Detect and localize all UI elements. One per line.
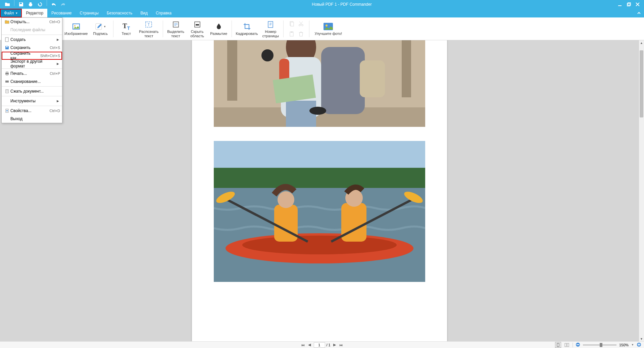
document-image-1 (214, 40, 425, 127)
page-navigator: ⏮ ◀ / 1 ▶ ⏭ (300, 342, 344, 348)
menu-create[interactable]: Создать ▶ (2, 36, 62, 44)
page-total: / 1 (326, 343, 330, 347)
rotate-button[interactable] (35, 0, 45, 9)
delete-button[interactable] (296, 29, 306, 39)
zoom-in-button[interactable] (637, 342, 641, 348)
svg-rect-28 (5, 38, 8, 42)
svg-rect-25 (291, 32, 293, 33)
scroll-up-button[interactable]: ▲ (639, 40, 644, 45)
page-input[interactable] (313, 342, 325, 348)
menu-view[interactable]: Вид (136, 9, 152, 17)
separator (283, 20, 284, 37)
svg-rect-4 (618, 5, 622, 6)
copy-button[interactable] (287, 19, 296, 29)
svg-rect-70 (639, 343, 639, 346)
svg-rect-40 (402, 40, 411, 97)
menu-pages[interactable]: Страницы (76, 9, 103, 17)
svg-rect-55 (274, 205, 298, 242)
paste-button[interactable] (287, 29, 296, 39)
page-number-label: Номер страницы (262, 30, 279, 38)
redo-button[interactable] (58, 0, 68, 9)
image-button[interactable]: Изображение (62, 19, 90, 39)
close-button[interactable] (633, 0, 642, 9)
crop-button[interactable]: Кадрировать (234, 19, 260, 39)
ocr-button[interactable]: T Распознать текст (137, 19, 160, 39)
separator (163, 20, 163, 37)
save-button[interactable] (16, 0, 26, 9)
last-page-button[interactable]: ⏭ (339, 343, 344, 347)
menu-print-label: Печать... (10, 71, 50, 76)
submenu-arrow-icon: ▶ (57, 38, 60, 41)
zoom-slider-handle[interactable] (600, 343, 602, 347)
menu-help[interactable]: Справка (152, 9, 176, 17)
print-button[interactable] (26, 0, 35, 9)
first-page-button[interactable]: ⏮ (300, 343, 305, 347)
zoom-slider[interactable] (583, 344, 616, 346)
text-button[interactable]: TT Текст (115, 19, 137, 39)
menu-drawing[interactable]: Рисование (47, 9, 76, 17)
menu-separator (2, 68, 62, 69)
crop-icon (243, 21, 251, 32)
menu-export[interactable]: Экспорт в другой формат ▶ (2, 60, 62, 68)
blur-button[interactable]: Размытие (208, 19, 230, 39)
svg-rect-44 (286, 101, 316, 127)
two-page-view-button[interactable] (564, 342, 570, 348)
undo-button[interactable] (49, 0, 58, 9)
menu-open[interactable]: Открыть... Ctrl+O (2, 18, 62, 26)
menu-save-as[interactable]: Сохранить как... Shift+Ctrl+S (2, 52, 62, 60)
signature-button[interactable]: ▼ Подпись (90, 19, 111, 39)
document-canvas[interactable] (0, 40, 639, 341)
minimize-button[interactable] (616, 0, 625, 9)
zoom-dropdown-icon[interactable]: ▼ (631, 343, 634, 346)
open-file-button[interactable] (3, 0, 12, 9)
hide-area-button[interactable]: Скрыть область (187, 19, 208, 39)
signature-icon: ▼ (95, 21, 106, 32)
enhance-photo-button[interactable]: Улучшите фото! (311, 19, 345, 39)
text-label: Текст (121, 32, 131, 36)
ocr-icon: T (145, 19, 153, 30)
menu-save[interactable]: Сохранить Ctrl+S (2, 44, 62, 52)
page-number-button[interactable]: # Номер страницы (260, 19, 281, 39)
menubar: Файл▼ Редактор Рисование Страницы Безопа… (0, 9, 644, 17)
menu-editor-label: Редактор (26, 11, 43, 15)
menu-exit[interactable]: Выход (2, 115, 62, 123)
menu-security[interactable]: Безопасность (103, 9, 137, 17)
menu-save-as-shortcut: Shift+Ctrl+S (40, 54, 60, 58)
svg-rect-45 (321, 47, 365, 114)
menu-compress-label: Сжать документ... (10, 89, 60, 94)
menu-properties[interactable]: Свойства... Ctrl+D (2, 107, 62, 115)
submenu-arrow-icon: ▶ (57, 99, 60, 103)
menu-compress[interactable]: Сжать документ... (2, 87, 62, 95)
separator (309, 20, 309, 37)
vertical-scrollbar[interactable]: ▲ ▼ (639, 40, 644, 341)
compress-icon (4, 89, 10, 94)
ribbon-toolbar: Изображение ▼ Подпись TT Текст T Распозн… (0, 17, 644, 40)
enhance-photo-label: Улучшите фото! (314, 32, 342, 36)
single-page-view-button[interactable] (555, 342, 561, 348)
menu-file[interactable]: Файл▼ (0, 9, 22, 17)
next-page-button[interactable]: ▶ (332, 343, 337, 347)
menu-tools[interactable]: Инструменты ▶ (2, 97, 62, 105)
separator (47, 0, 47, 6)
cut-button[interactable] (296, 19, 306, 29)
menu-scan[interactable]: Сканирование... (2, 78, 62, 86)
menu-security-label: Безопасность (107, 11, 133, 15)
zoom-out-button[interactable] (576, 342, 580, 348)
hide-area-label: Скрыть область (190, 30, 204, 38)
menu-properties-shortcut: Ctrl+D (50, 109, 60, 113)
separator (232, 20, 232, 37)
prev-page-button[interactable]: ◀ (307, 343, 312, 347)
scrollbar-thumb[interactable] (640, 50, 643, 117)
restore-button[interactable] (625, 0, 633, 9)
menu-exit-label: Выход (10, 116, 60, 121)
menu-save-shortcut: Ctrl+S (50, 46, 60, 50)
collapse-ribbon-button[interactable] (634, 9, 644, 17)
svg-text:#: # (269, 22, 272, 27)
menu-print[interactable]: Печать... Ctrl+P (2, 69, 62, 78)
menu-editor[interactable]: Редактор (22, 9, 47, 17)
svg-rect-2 (30, 2, 32, 4)
select-text-button[interactable]: Выделить текст (165, 19, 187, 39)
scroll-down-button[interactable]: ▼ (639, 336, 644, 341)
menu-recent-label: Последние файлы (10, 28, 60, 32)
menu-recent: Последние файлы (2, 26, 62, 34)
